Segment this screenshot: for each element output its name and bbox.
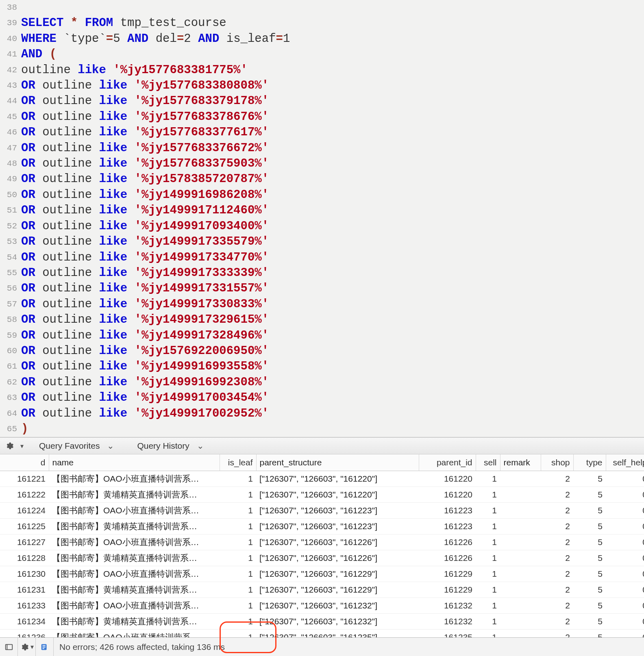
cell-type[interactable]: 5 xyxy=(573,613,606,629)
cell-parent_structure[interactable]: ["126307", "126603", "161226"] xyxy=(256,534,419,550)
cell-shop[interactable]: 2 xyxy=(541,534,573,550)
sql-results-icon[interactable] xyxy=(36,638,54,656)
code-line[interactable]: 61OR outline like '%jy1499916993558%' xyxy=(0,359,644,374)
table-row[interactable]: 161230【图书邮寄】OAO小班直播特训营系…1["126307", "126… xyxy=(0,566,644,582)
code-line[interactable]: 43OR outline like '%jy1577683380808%' xyxy=(0,78,644,93)
cell-self_help[interactable]: 0 xyxy=(606,471,644,487)
column-header-parent_structure[interactable]: parent_structure xyxy=(256,454,419,471)
cell-remark[interactable] xyxy=(500,629,541,637)
cell-d[interactable]: 161221 xyxy=(0,471,49,487)
cell-name[interactable]: 【图书邮寄】黄埔精英直播特训营系… xyxy=(49,518,220,534)
code-line[interactable]: 41AND ( xyxy=(0,47,644,62)
cell-shop[interactable]: 2 xyxy=(541,597,573,613)
cell-parent_structure[interactable]: ["126307", "126603", "161232"] xyxy=(256,613,419,629)
column-header-name[interactable]: name xyxy=(49,454,220,471)
code-line[interactable]: 58OR outline like '%jy1499917329615%' xyxy=(0,312,644,328)
column-header-is_leaf[interactable]: is_leaf xyxy=(220,454,256,471)
cell-remark[interactable] xyxy=(500,534,541,550)
cell-type[interactable]: 5 xyxy=(573,582,606,597)
cell-parent_id[interactable]: 161220 xyxy=(419,487,476,502)
cell-parent_id[interactable]: 161229 xyxy=(419,582,476,597)
cell-name[interactable]: 【图书邮寄】黄埔精英直播特训营系… xyxy=(49,487,220,502)
table-row[interactable]: 161227【图书邮寄】OAO小班直播特训营系…1["126307", "126… xyxy=(0,534,644,550)
cell-sell[interactable]: 1 xyxy=(476,597,500,613)
column-header-remark[interactable]: remark xyxy=(500,454,541,471)
cell-is_leaf[interactable]: 1 xyxy=(220,566,256,582)
column-header-sell[interactable]: sell xyxy=(476,454,500,471)
cell-d[interactable]: 161236 xyxy=(0,629,49,637)
cell-is_leaf[interactable]: 1 xyxy=(220,597,256,613)
cell-parent_id[interactable]: 161229 xyxy=(419,566,476,582)
cell-shop[interactable]: 2 xyxy=(541,566,573,582)
column-header-parent_id[interactable]: parent_id xyxy=(419,454,476,471)
cell-parent_id[interactable]: 161220 xyxy=(419,471,476,487)
column-header-d[interactable]: d xyxy=(0,454,49,471)
cell-name[interactable]: 【图书邮寄】OAO小班直播特训营系… xyxy=(49,566,220,582)
table-row[interactable]: 161228【图书邮寄】黄埔精英直播特训营系…1["126307", "1266… xyxy=(0,550,644,566)
cell-is_leaf[interactable]: 1 xyxy=(220,534,256,550)
cell-parent_structure[interactable]: ["126307", "126603", "161232"] xyxy=(256,597,419,613)
table-row[interactable]: 161221【图书邮寄】OAO小班直播特训营系…1["126307", "126… xyxy=(0,471,644,487)
code-line[interactable]: 38 xyxy=(0,0,644,15)
cell-type[interactable]: 5 xyxy=(573,487,606,502)
cell-shop[interactable]: 2 xyxy=(541,550,573,566)
code-line[interactable]: 54OR outline like '%jy1499917334770%' xyxy=(0,250,644,265)
cell-sell[interactable]: 1 xyxy=(476,582,500,597)
cell-parent_structure[interactable]: ["126307", "126603", "161226"] xyxy=(256,550,419,566)
cell-d[interactable]: 161222 xyxy=(0,487,49,502)
table-row[interactable]: 161224【图书邮寄】OAO小班直播特训营系…1["126307", "126… xyxy=(0,502,644,518)
cell-is_leaf[interactable]: 1 xyxy=(220,502,256,518)
code-line[interactable]: 39SELECT * FROM tmp_test_course xyxy=(0,15,644,31)
code-line[interactable]: 60OR outline like '%jy1576922006950%' xyxy=(0,343,644,359)
results-grid[interactable]: dnameis_leafparent_structureparent_idsel… xyxy=(0,454,644,637)
cell-shop[interactable]: 2 xyxy=(541,502,573,518)
table-row[interactable]: 161231【图书邮寄】黄埔精英直播特训营系…1["126307", "1266… xyxy=(0,582,644,597)
cell-parent_id[interactable]: 161232 xyxy=(419,613,476,629)
cell-remark[interactable] xyxy=(500,613,541,629)
cell-type[interactable]: 5 xyxy=(573,502,606,518)
cell-sell[interactable]: 1 xyxy=(476,502,500,518)
cell-self_help[interactable]: 0 xyxy=(606,629,644,637)
cell-d[interactable]: 161230 xyxy=(0,566,49,582)
cell-is_leaf[interactable]: 1 xyxy=(220,629,256,637)
cell-remark[interactable] xyxy=(500,566,541,582)
cell-name[interactable]: 【图书邮寄】黄埔精英直播特训营系… xyxy=(49,613,220,629)
code-line[interactable]: 63OR outline like '%jy1499917003454%' xyxy=(0,390,644,406)
code-line[interactable]: 45OR outline like '%jy1577683378676%' xyxy=(0,109,644,125)
cell-self_help[interactable]: 0 xyxy=(606,582,644,597)
query-favorites-menu[interactable]: Query Favorites ⌄ xyxy=(39,441,114,451)
cell-self_help[interactable]: 0 xyxy=(606,502,644,518)
cell-d[interactable]: 161227 xyxy=(0,534,49,550)
cell-name[interactable]: 【图书邮寄】OAO小班直播特训营系… xyxy=(49,629,220,637)
cell-name[interactable]: 【图书邮寄】OAO小班直播特训营系… xyxy=(49,471,220,487)
cell-sell[interactable]: 1 xyxy=(476,550,500,566)
code-line[interactable]: 51OR outline like '%jy1499917112460%' xyxy=(0,203,644,218)
panel-toggle-icon[interactable] xyxy=(0,638,18,656)
cell-remark[interactable] xyxy=(500,487,541,502)
cell-self_help[interactable]: 0 xyxy=(606,550,644,566)
cell-parent_structure[interactable]: ["126307", "126603", "161220"] xyxy=(256,471,419,487)
code-line[interactable]: 47OR outline like '%jy1577683376672%' xyxy=(0,141,644,156)
cell-name[interactable]: 【图书邮寄】黄埔精英直播特训营系… xyxy=(49,550,220,566)
cell-sell[interactable]: 1 xyxy=(476,518,500,534)
code-line[interactable]: 44OR outline like '%jy1577683379178%' xyxy=(0,93,644,109)
cell-parent_id[interactable]: 161226 xyxy=(419,534,476,550)
cell-shop[interactable]: 2 xyxy=(541,518,573,534)
cell-name[interactable]: 【图书邮寄】OAO小班直播特训营系… xyxy=(49,502,220,518)
column-header-self_help[interactable]: self_help xyxy=(606,454,644,471)
code-line[interactable]: 52OR outline like '%jy1499917093400%' xyxy=(0,219,644,234)
cell-type[interactable]: 5 xyxy=(573,518,606,534)
cell-parent_id[interactable]: 161232 xyxy=(419,597,476,613)
code-line[interactable]: 53OR outline like '%jy1499917335579%' xyxy=(0,234,644,250)
cell-self_help[interactable]: 0 xyxy=(606,534,644,550)
cell-remark[interactable] xyxy=(500,597,541,613)
query-history-menu[interactable]: Query History ⌄ xyxy=(137,441,204,451)
cell-sell[interactable]: 1 xyxy=(476,629,500,637)
code-line[interactable]: 42outline like '%jy1577683381775%' xyxy=(0,63,644,78)
cell-shop[interactable]: 2 xyxy=(541,471,573,487)
cell-type[interactable]: 5 xyxy=(573,629,606,637)
code-line[interactable]: 50OR outline like '%jy1499916986208%' xyxy=(0,187,644,203)
code-line[interactable]: 59OR outline like '%jy1499917328496%' xyxy=(0,328,644,343)
cell-shop[interactable]: 2 xyxy=(541,613,573,629)
cell-sell[interactable]: 1 xyxy=(476,471,500,487)
